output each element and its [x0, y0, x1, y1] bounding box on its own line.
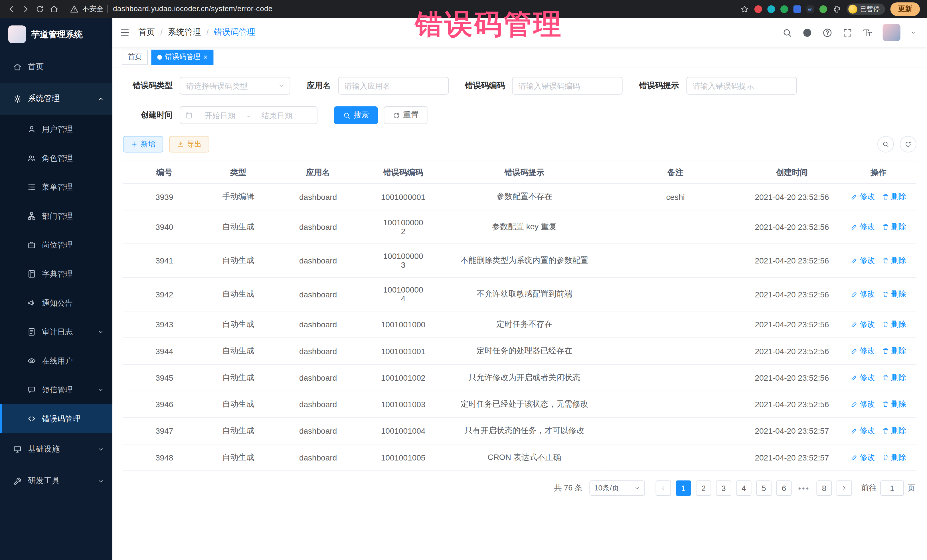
cell-app: dashboard	[271, 364, 365, 391]
extension-icon[interactable]	[780, 5, 788, 13]
bookmark-star-icon[interactable]	[740, 5, 749, 14]
edit-link[interactable]: 修改	[851, 452, 875, 463]
next-page-button[interactable]	[837, 480, 852, 496]
page-button-3[interactable]: 3	[716, 480, 731, 496]
cell-id: 3943	[123, 311, 206, 338]
sidebar-item-online-users[interactable]: 在线用户	[0, 346, 112, 375]
edit-link[interactable]: 修改	[851, 255, 875, 266]
error-type-input[interactable]	[186, 81, 278, 90]
edit-link[interactable]: 修改	[851, 425, 875, 436]
back-icon[interactable]	[7, 5, 16, 14]
delete-link[interactable]: 删除	[882, 255, 906, 266]
font-size-icon[interactable]	[863, 27, 872, 37]
edit-link[interactable]: 修改	[851, 191, 875, 202]
edit-icon	[851, 291, 858, 298]
refresh-icon	[904, 141, 912, 148]
error-code-table: 编号 类型 应用名 错误码编码 错误码提示 备注 创建时间 操作 3939	[123, 161, 916, 471]
sidebar-item-sms[interactable]: 短信管理	[0, 375, 112, 404]
fullscreen-icon[interactable]	[843, 27, 853, 37]
extension-icon[interactable]: on	[806, 5, 814, 13]
edit-link[interactable]: 修改	[851, 222, 875, 232]
github-icon[interactable]	[802, 27, 812, 37]
chrome-home-icon[interactable]	[50, 5, 58, 14]
profile-paused-chip[interactable]: 已暂停	[846, 3, 885, 14]
cell-remark	[608, 244, 743, 278]
extension-icon[interactable]	[754, 5, 762, 13]
toggle-search-button[interactable]	[877, 136, 894, 153]
goto-page-input[interactable]	[880, 480, 904, 496]
cell-code: 1001001003	[365, 391, 441, 417]
edit-link[interactable]: 修改	[851, 399, 875, 410]
sidebar-item-users[interactable]: 用户管理	[0, 115, 112, 144]
error-code-input[interactable]	[512, 77, 623, 94]
extensions-puzzle-icon[interactable]	[832, 5, 841, 14]
delete-link[interactable]: 删除	[882, 346, 906, 357]
help-icon[interactable]	[822, 27, 832, 37]
collapse-sidebar-icon[interactable]	[120, 27, 130, 38]
sidebar-item-roles[interactable]: 角色管理	[0, 144, 112, 173]
sidebar-item-system[interactable]: 系统管理	[0, 83, 112, 115]
add-button[interactable]: 新增	[123, 136, 163, 153]
delete-link[interactable]: 删除	[882, 191, 906, 202]
search-button[interactable]: 搜索	[334, 106, 378, 124]
export-button[interactable]: 导出	[169, 136, 209, 153]
sidebar-item-infrastructure[interactable]: 基础设施	[0, 433, 112, 465]
breadcrumb-system[interactable]: 系统管理	[168, 27, 201, 38]
page-button-5[interactable]: 5	[756, 480, 772, 496]
prev-page-button[interactable]	[656, 480, 671, 496]
delete-icon	[882, 291, 889, 298]
sidebar-item-menus[interactable]: 菜单管理	[0, 173, 112, 202]
delete-link[interactable]: 删除	[882, 372, 906, 383]
edit-link[interactable]: 修改	[851, 319, 875, 329]
sidebar-item-home[interactable]: 首页	[0, 51, 112, 83]
sidebar-item-audit-log[interactable]: 审计日志	[0, 317, 112, 346]
tab-error-code[interactable]: 错误码管理 ×	[152, 49, 214, 65]
app-name-input[interactable]	[338, 77, 449, 94]
sidebar-item-dictionary[interactable]: 字典管理	[0, 260, 112, 288]
extension-icon[interactable]	[793, 5, 801, 13]
sidebar-item-devtools[interactable]: 研发工具	[0, 465, 112, 497]
close-icon[interactable]: ×	[204, 54, 208, 61]
sidebar-item-posts[interactable]: 岗位管理	[0, 231, 112, 260]
more-pages-icon[interactable]: •••	[796, 480, 812, 496]
breadcrumb-home[interactable]: 首页	[138, 27, 155, 38]
page-size-select[interactable]: 10条/页	[589, 480, 645, 496]
error-hint-input[interactable]	[686, 77, 797, 94]
page-button-2[interactable]: 2	[696, 480, 711, 496]
delete-link[interactable]: 删除	[882, 399, 906, 410]
refresh-table-button[interactable]	[900, 136, 916, 153]
delete-link[interactable]: 删除	[882, 222, 906, 232]
search-icon[interactable]	[782, 27, 792, 37]
user-avatar[interactable]	[883, 24, 900, 41]
date-range-picker[interactable]: -	[180, 106, 318, 124]
reset-button[interactable]: 重置	[384, 106, 427, 124]
page-button-6[interactable]: 6	[776, 480, 792, 496]
delete-link[interactable]: 删除	[882, 452, 906, 463]
error-type-select[interactable]	[180, 77, 290, 94]
end-date-input[interactable]	[253, 111, 301, 120]
reload-icon[interactable]	[35, 5, 44, 14]
sidebar-item-notices[interactable]: 通知公告	[0, 288, 112, 317]
edit-link[interactable]: 修改	[851, 346, 875, 357]
tab-home[interactable]: 首页	[122, 49, 148, 65]
chrome-update-button[interactable]: 更新	[890, 2, 920, 16]
delete-link[interactable]: 删除	[882, 289, 906, 300]
page-button-1[interactable]: 1	[676, 480, 691, 496]
edit-link[interactable]: 修改	[851, 289, 875, 300]
page-button-8[interactable]: 8	[816, 480, 832, 496]
chevron-down-icon[interactable]	[910, 30, 916, 36]
sidebar-item-error-code[interactable]: 错误码管理	[0, 404, 112, 433]
url-text[interactable]: dashboard.yudao.iocoder.cn/system/error-…	[113, 5, 273, 13]
sidebar-item-departments[interactable]: 部门管理	[0, 202, 112, 231]
cell-hint: 定时任务已经处于该状态，无需修改	[441, 391, 608, 417]
extension-icon[interactable]	[767, 5, 775, 13]
extension-icon[interactable]	[819, 5, 827, 13]
page-button-4[interactable]: 4	[736, 480, 752, 496]
forward-icon[interactable]	[21, 5, 30, 14]
delete-link[interactable]: 删除	[882, 425, 906, 436]
start-date-input[interactable]	[196, 111, 243, 120]
cell-type: 自动生成	[206, 244, 271, 278]
site-security[interactable]: 不安全	[70, 4, 108, 14]
edit-link[interactable]: 修改	[851, 372, 875, 383]
delete-link[interactable]: 删除	[882, 319, 906, 329]
